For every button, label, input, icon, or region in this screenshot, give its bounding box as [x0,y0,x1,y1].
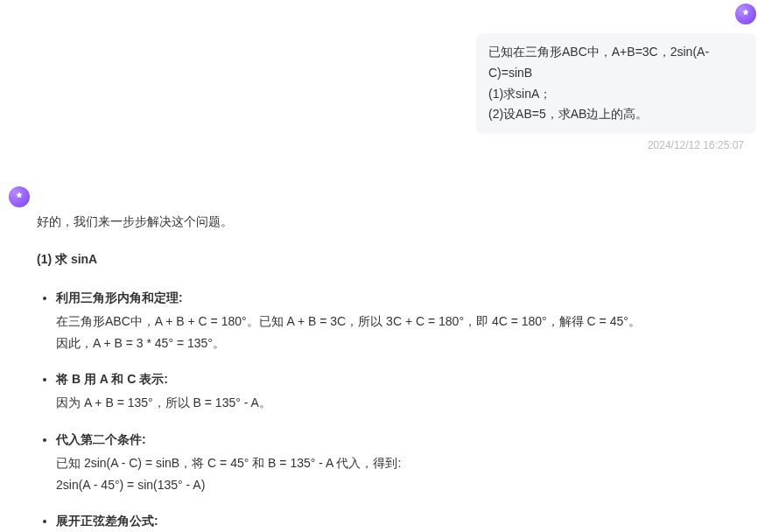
user-message-line: (2)设AB=5，求AB边上的高。 [488,104,744,125]
chat-container: 已知在三角形ABC中，A+B=3C，2sin(A-C)=sinB (1)求sin… [0,0,765,532]
user-message-row: 已知在三角形ABC中，A+B=3C，2sin(A-C)=sinB (1)求sin… [9,28,756,134]
solution-list: 利用三角形内角和定理: 在三角形ABC中，A + B + C = 180°。已知… [37,287,641,532]
list-item-body: 在三角形ABC中，A + B + C = 180°。已知 A + B = 3C，… [56,311,641,354]
user-message-line: 已知在三角形ABC中，A+B=3C，2sin(A-C)=sinB [488,42,744,84]
timestamp-row: 2024/12/12 16:25:07 [9,137,756,151]
assistant-message[interactable]: 好的，我们来一步步解决这个问题。 (1) 求 sinA 利用三角形内角和定理: … [37,211,641,532]
user-message-bubble[interactable]: 已知在三角形ABC中，A+B=3C，2sin(A-C)=sinB (1)求sin… [476,33,756,134]
list-item: 展开正弦差角公式: 2(sinA cos45° - cosA sin45°) =… [56,510,641,532]
message-timestamp: 2024/12/12 16:25:07 [648,139,744,151]
assistant-row: 好的，我们来一步步解决这个问题。 (1) 求 sinA 利用三角形内角和定理: … [9,186,756,532]
list-item: 将 B 用 A 和 C 表示: 因为 A + B = 135°，所以 B = 1… [56,368,641,414]
list-item-title: 展开正弦差角公式: [56,510,641,532]
list-item: 代入第二个条件: 已知 2sin(A - C) = sinB，将 C = 45°… [56,429,641,497]
user-avatar-row [9,4,756,24]
user-message-line: (1)求sinA； [488,84,744,105]
list-item-title: 将 B 用 A 和 C 表示: [56,368,641,390]
list-item-body: 已知 2sin(A - C) = sinB，将 C = 45° 和 B = 13… [56,452,641,496]
user-avatar-icon [735,4,756,24]
assistant-avatar-icon [9,186,30,207]
list-item: 利用三角形内角和定理: 在三角形ABC中，A + B + C = 180°。已知… [56,287,641,355]
section-title: (1) 求 sinA [37,248,641,270]
list-item-body: 因为 A + B = 135°，所以 B = 135° - A。 [56,392,641,414]
list-item-title: 代入第二个条件: [56,429,641,451]
assistant-column: 好的，我们来一步步解决这个问题。 (1) 求 sinA 利用三角形内角和定理: … [37,186,641,532]
assistant-intro: 好的，我们来一步步解决这个问题。 [37,211,641,233]
list-item-title: 利用三角形内角和定理: [56,287,641,309]
